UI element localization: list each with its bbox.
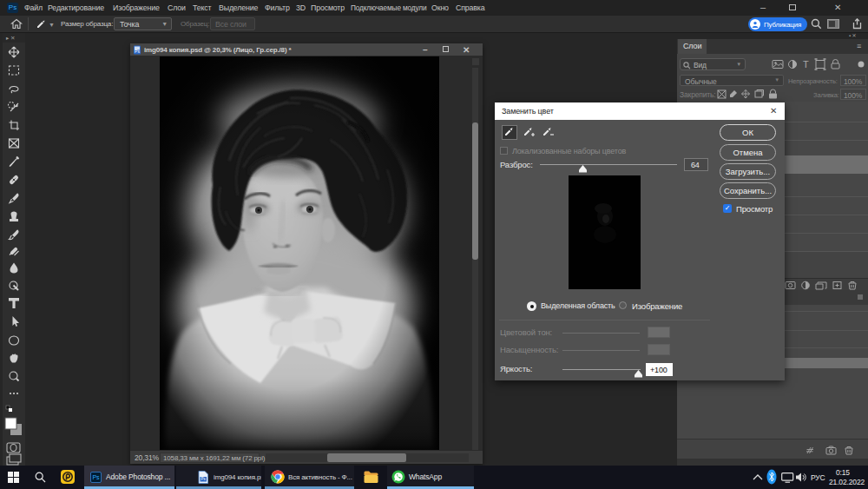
svg-text:Ps: Ps bbox=[135, 49, 140, 54]
svg-text:▸ ✕: ▸ ✕ bbox=[6, 35, 16, 41]
svg-text:Ps: Ps bbox=[201, 477, 207, 481]
svg-text:T: T bbox=[803, 59, 809, 69]
